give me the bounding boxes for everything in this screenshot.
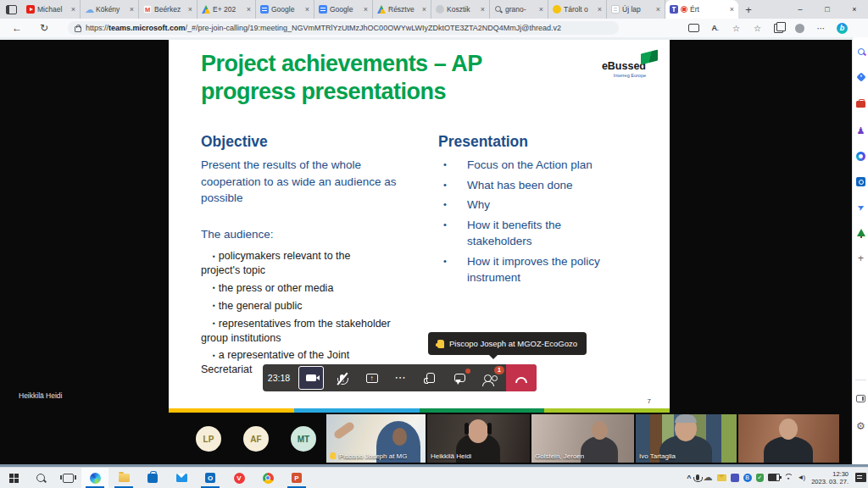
- tab-close-icon[interactable]: ×: [481, 6, 485, 14]
- close-window-button[interactable]: ×: [841, 0, 868, 19]
- sidebar-outlook-icon[interactable]: [855, 176, 866, 187]
- tab-close-icon[interactable]: ×: [130, 6, 134, 14]
- taskbar-store-button[interactable]: [139, 468, 166, 488]
- tab-close-icon[interactable]: ×: [364, 6, 368, 14]
- hidden-icons-button[interactable]: ^: [687, 474, 691, 482]
- read-aloud-icon[interactable]: Aˬ: [704, 20, 726, 36]
- slide-page-number: 7: [648, 397, 651, 405]
- taskbar-outlook-button[interactable]: O: [197, 468, 224, 488]
- tray-mic-icon[interactable]: [696, 474, 699, 480]
- sidebar-messaging-icon[interactable]: ➤: [854, 200, 868, 215]
- action-center-button[interactable]: [855, 473, 866, 482]
- camera-button[interactable]: [298, 366, 324, 390]
- tab-google-2[interactable]: Google ×: [314, 0, 373, 19]
- sidebar-search-icon[interactable]: [855, 46, 866, 57]
- participants-button[interactable]: 1: [474, 364, 505, 391]
- new-tab-button[interactable]: +: [738, 0, 759, 19]
- back-button[interactable]: ←: [7, 19, 27, 37]
- microsoft-store-icon: [147, 474, 158, 483]
- bullet-icon: ▪: [213, 352, 215, 359]
- tab-label: Új lap: [622, 5, 654, 14]
- sidebar-shopping-icon[interactable]: [855, 71, 866, 82]
- share-button[interactable]: ↑: [357, 364, 387, 391]
- tab-close-icon[interactable]: ×: [656, 6, 660, 14]
- video-tile-piscopo[interactable]: Piscopo Joseph at MG: [326, 414, 426, 463]
- favorites-bar-icon[interactable]: ☆: [747, 20, 768, 36]
- battery-icon[interactable]: [768, 474, 780, 481]
- time-label: 12:30: [811, 470, 849, 478]
- defender-shield-icon[interactable]: ✓: [756, 474, 764, 482]
- tab-teams-meeting-active[interactable]: Ért ×: [665, 0, 738, 19]
- wifi-icon[interactable]: [784, 474, 793, 481]
- sidebar-settings-icon[interactable]: ⚙: [855, 420, 866, 431]
- tab-close-icon[interactable]: ×: [305, 6, 309, 14]
- bluetooth-icon[interactable]: B: [743, 474, 752, 482]
- tab-search-grano[interactable]: grano- ×: [490, 0, 548, 19]
- tab-tarolt[interactable]: Tárolt o ×: [548, 0, 607, 19]
- maximize-button[interactable]: □: [814, 0, 841, 19]
- tray-teams-icon[interactable]: [731, 474, 739, 482]
- tab-close-icon[interactable]: ×: [730, 6, 734, 14]
- sidebar-games-icon[interactable]: ♟: [855, 125, 866, 136]
- taskbar-mail-button[interactable]: [168, 468, 195, 488]
- sidebar-tools-icon[interactable]: [855, 98, 866, 109]
- tab-close-icon[interactable]: ×: [598, 6, 602, 14]
- bing-sidebar-icon[interactable]: b: [832, 20, 853, 36]
- tab-close-icon[interactable]: ×: [422, 6, 426, 14]
- volume-icon[interactable]: ◄): [798, 474, 805, 481]
- media-controls-icon[interactable]: [683, 20, 704, 36]
- tray-mail-icon[interactable]: [717, 474, 726, 481]
- browser-menu-icon[interactable]: ⋯: [810, 20, 832, 36]
- task-view-button[interactable]: [54, 468, 81, 488]
- tab-google-1[interactable]: Google ×: [256, 0, 314, 19]
- onedrive-icon[interactable]: ☁: [704, 472, 713, 483]
- slide-title: Project achievements – APprogress presen…: [201, 50, 599, 106]
- chat-button[interactable]: [446, 364, 474, 391]
- url-field[interactable]: https://teams.microsoft.com/_#/pre-join-…: [68, 21, 619, 35]
- mic-off-icon: [340, 374, 344, 382]
- tab-search-button[interactable]: [0, 0, 22, 19]
- collections-icon[interactable]: [768, 20, 789, 36]
- profile-avatar-icon[interactable]: [789, 20, 810, 36]
- tab-kokeny[interactable]: ☁ Kökény ×: [81, 0, 139, 19]
- tab-close-icon[interactable]: ×: [71, 6, 75, 14]
- tab-close-icon[interactable]: ×: [539, 6, 543, 14]
- favorite-this-page-icon[interactable]: ☆: [726, 20, 747, 36]
- sidebar-panel-icon[interactable]: [855, 393, 866, 404]
- raise-hand-button[interactable]: [415, 364, 446, 391]
- tab-close-icon[interactable]: ×: [188, 6, 192, 14]
- refresh-button[interactable]: ↻: [34, 19, 54, 37]
- sidebar-add-icon[interactable]: +: [855, 252, 866, 263]
- taskbar-search-button[interactable]: [27, 468, 54, 488]
- taskbar-edge-button[interactable]: [81, 468, 108, 488]
- tab-kosztik[interactable]: Kosztik ×: [431, 0, 490, 19]
- gmail-icon: M: [143, 5, 152, 14]
- avatar-af[interactable]: AF: [243, 426, 269, 452]
- tab-drive-1[interactable]: E+ 202 ×: [198, 0, 256, 19]
- tab-close-icon[interactable]: ×: [247, 6, 251, 14]
- cloud-icon: ☁: [85, 5, 93, 14]
- taskbar-clock[interactable]: 12:30 2023. 03. 27.: [811, 470, 849, 485]
- tab-michael[interactable]: Michael ×: [22, 0, 81, 19]
- avatar-lp[interactable]: LP: [196, 426, 221, 452]
- video-tile-golstein[interactable]: Golstein, Jeroen: [531, 414, 634, 463]
- taskbar-explorer-button[interactable]: [110, 468, 137, 488]
- video-tile-unnamed[interactable]: [738, 414, 839, 463]
- video-tile-tartaglia[interactable]: Ivo Tartaglia: [636, 414, 737, 463]
- tab-drive-2[interactable]: Résztve ×: [373, 0, 431, 19]
- more-actions-button[interactable]: ⋯: [387, 364, 415, 391]
- taskbar-chrome-button[interactable]: [254, 468, 281, 488]
- sidebar-tree-icon[interactable]: [855, 227, 866, 238]
- mute-button[interactable]: [327, 364, 357, 391]
- start-button[interactable]: [0, 468, 27, 488]
- video-tile-heikkila[interactable]: Heikkilä Heidi: [427, 414, 530, 463]
- hang-up-button[interactable]: [506, 364, 537, 391]
- tab-new-page[interactable]: Új lap ×: [607, 0, 665, 19]
- taskbar-powerpoint-button[interactable]: P: [283, 468, 310, 488]
- avatar-mt[interactable]: MT: [291, 426, 316, 452]
- minimize-button[interactable]: –: [787, 0, 814, 19]
- sidebar-office-icon[interactable]: [855, 151, 866, 162]
- silhouette: [332, 420, 355, 440]
- taskbar-vivaldi-button[interactable]: V: [225, 468, 253, 488]
- tab-inbox[interactable]: M Beérkez ×: [139, 0, 198, 19]
